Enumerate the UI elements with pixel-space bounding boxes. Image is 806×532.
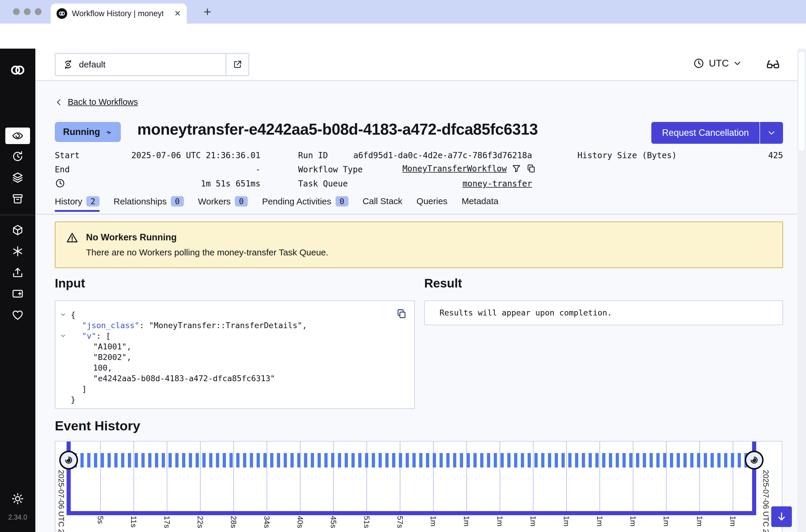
tab-queries[interactable]: Queries [417,196,447,210]
tab-metadata[interactable]: Metadata [462,196,498,210]
input-json-code: {"json_class": "MoneyTransfer::TransferD… [55,309,394,405]
sidebar-item-feedback[interactable] [0,305,35,326]
workflow-tabs: History2Relationships0Workers0Pending Ac… [55,196,498,212]
sidebar-item-labs[interactable] [0,284,35,305]
start-value: 2025-07-06 UTC 21:36:36.01 [55,151,261,160]
browser-tab[interactable]: Workflow History | moneytran ✕ [51,3,187,23]
tab-title: Workflow History | moneytran [72,9,163,18]
fold-chevron-icon[interactable] [60,333,66,339]
timeline-tick-label: 22s [196,516,205,528]
code-line: "json_class": "MoneyTransfer::TransferDe… [55,320,394,330]
timeline-tick-label: 1m [695,516,704,527]
sidebar-item-nexus[interactable] [0,241,35,263]
task-queue-link[interactable]: money-transfer [298,179,532,189]
timeline-gridline [433,441,434,511]
sidebar-item-archival[interactable] [0,189,35,210]
warning-title: No Workers Running [86,232,177,243]
timezone-label: UTC [709,58,729,69]
result-placeholder: Results will appear upon completion. [440,301,612,325]
timeline-gridline [333,441,334,511]
sidebar-item-schedules[interactable] [0,147,35,168]
timeline-tick-label: 1m [628,516,637,527]
tab-pending-activities[interactable]: Pending Activities0 [262,196,348,210]
timeline-tick-label: 5s [96,516,105,524]
duration-value: 1m 51s 651ms [55,179,261,189]
tab-relationships[interactable]: Relationships0 [114,196,184,210]
app-header: default UTC [35,49,806,81]
timeline-gridline [200,441,200,511]
timeline-gridline [100,441,101,511]
main-content: Back to Workflows Running moneytransfer-… [35,81,806,532]
spiral-icon [63,455,74,466]
timeline-gridline [466,441,467,511]
nexus-icon [12,245,24,258]
sidebar-item-workflows[interactable] [0,125,35,147]
workflow-title: moneytransfer-e4242aa5-b08d-4183-a472-df… [137,120,538,138]
tab-history[interactable]: History2 [55,196,100,212]
window-zoom-button[interactable] [35,8,41,15]
timezone-selector[interactable]: UTC [693,57,742,69]
timeline-gridline [599,441,600,511]
external-link-icon [232,59,243,70]
scroll-down-button[interactable] [771,506,792,527]
temporal-logo-icon [9,61,26,79]
history-size-value: 425 [577,151,783,160]
code-line: "e4242aa5-b08d-4183-a472-dfca85fc6313" [55,373,394,383]
copy-icon[interactable] [526,164,536,173]
tab-count-badge: 0 [235,196,248,207]
sidebar-items [0,125,35,326]
namespace-open-button[interactable] [226,54,249,75]
tab-call-stack[interactable]: Call Stack [363,196,402,210]
labs-glasses-toggle[interactable] [766,57,780,72]
input-heading: Input [55,276,85,290]
window-close-button[interactable] [13,8,20,15]
sidebar-divider [0,215,35,215]
back-to-workflows-link[interactable]: Back to Workflows [55,97,138,107]
timeline-gridline [267,441,267,511]
labs-icon [12,287,24,300]
scrollbar-thumb[interactable] [798,51,805,151]
workflow-latest-marker[interactable] [745,451,764,470]
sidebar-item-batch-operations[interactable] [0,168,35,189]
request-cancellation-label[interactable]: Request Cancellation [651,122,760,144]
code-line: "B2002", [55,352,394,362]
event-history-timeline: 2025-07-06 UTC 2 2025-07-06 UTC 2 5s11s1… [55,441,783,532]
timeline-gridline [566,441,567,511]
tab-count-badge: 2 [86,196,99,207]
cancellation-menu-button[interactable] [760,122,783,144]
warning-icon [66,231,78,244]
run-id-value: a6fd95d1-da0c-4d2e-a77c-786f3d76218a [298,151,532,160]
filter-icon[interactable] [512,164,521,173]
tab-label: History [55,196,82,207]
timeline-tick-label: 1m [595,516,604,527]
timeline-tick-label: 11s [129,516,138,528]
app-version: 2.34.0 [8,513,27,521]
tab-close-icon[interactable]: ✕ [174,9,181,18]
request-cancellation-button[interactable]: Request Cancellation [651,122,783,144]
workflow-type-link[interactable]: MoneyTransferWorkflow [402,164,507,173]
code-line: } [55,394,394,405]
copy-icon[interactable] [396,308,407,319]
schedules-icon [12,150,24,163]
code-line: "v": [ [55,330,394,341]
code-line: { [55,309,394,320]
tab-workers[interactable]: Workers0 [198,196,248,210]
code-line: "A1001", [55,341,394,352]
window-minimize-button[interactable] [24,8,31,15]
new-tab-button[interactable]: + [200,3,215,21]
timeline-gridline [167,441,167,511]
timeline-gridline [500,441,500,511]
result-panel: Results will appear upon completion. [424,301,783,325]
theme-toggle-sun-icon[interactable] [11,492,24,505]
timeline-tick-label: 1m [495,516,504,527]
timeline-gridline [300,441,301,511]
namespace-selector[interactable]: default [55,53,249,76]
sidebar-item-namespaces[interactable] [0,220,35,241]
sidebar-item-import[interactable] [0,263,35,284]
heartbeat-icon [104,128,113,136]
result-heading: Result [424,276,462,290]
temporal-favicon-icon [57,8,67,19]
timeline-end-date: 2025-07-06 UTC 2 [761,470,770,532]
fold-chevron-icon[interactable] [60,312,66,318]
workflow-start-marker[interactable] [59,451,78,470]
